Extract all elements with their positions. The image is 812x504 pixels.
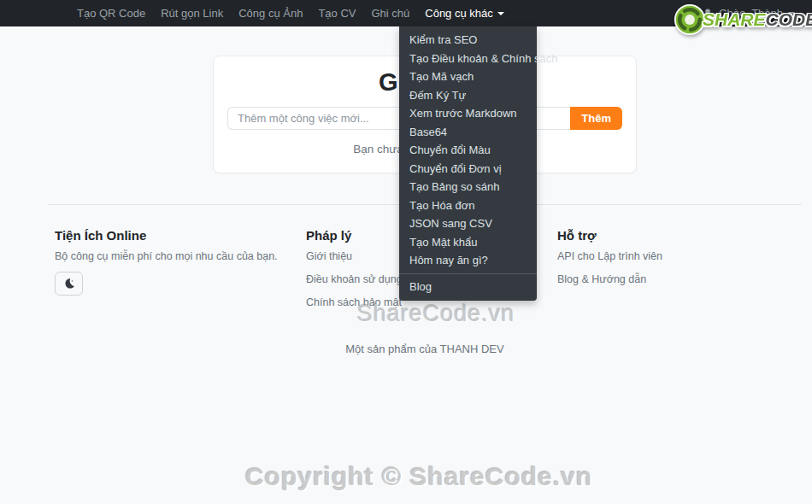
dropdown-item-xem-truoc-markdown[interactable]: Xem trước Markdown [399, 104, 537, 123]
nav-link-tao-qr-code[interactable]: Tạo QR Code [69, 7, 153, 20]
dropdown-item-chuyen-doi-mau[interactable]: Chuyển đổi Màu [399, 141, 537, 160]
dropdown-item-kiem-tra-seo[interactable]: Kiểm tra SEO [399, 31, 537, 50]
watermark-copyright-bottom: Copyright © ShareCode.vn [0, 462, 812, 491]
dropdown-item-tao-hoa-don[interactable]: Tạo Hóa đơn [399, 196, 537, 215]
dropdown-item-dem-ky-tu[interactable]: Đếm Ký Tự [399, 86, 537, 105]
dropdown-item-tao-ma-vach[interactable]: Tạo Mã vạch [399, 67, 537, 86]
nav-link-rut-gon-link[interactable]: Rút gọn Link [153, 7, 231, 20]
footer-link-api[interactable]: API cho Lập trình viên [557, 249, 795, 263]
footer-support-title: Hỗ trợ [557, 228, 795, 243]
dropdown-item-base64[interactable]: Base64 [399, 123, 537, 142]
footer-col-about: Tiện Ích Online Bộ công cụ miễn phí cho … [48, 228, 299, 319]
footer-col-support: Hỗ trợ API cho Lập trình viên Blog & Hướ… [550, 228, 802, 319]
dropdown-item-tao-mat-khau[interactable]: Tạo Mật khẩu [399, 233, 537, 252]
dropdown-item-tao-dieu-khoan[interactable]: Tạo Điều khoản & Chính sách [399, 50, 537, 68]
user-greeting: Chào, Thành [719, 7, 783, 20]
moon-stars-icon [63, 278, 75, 290]
user-menu[interactable]: Chào, Thành [702, 7, 800, 20]
nav-dropdown-toggle-cong-cu-khac[interactable]: Công cụ khác [417, 7, 512, 20]
dropdown-item-chuyen-doi-don-vi[interactable]: Chuyển đổi Đơn vị [399, 160, 537, 179]
dropdown-item-json-sang-csv[interactable]: JSON sang CSV [399, 214, 537, 233]
dropdown-divider [399, 273, 537, 274]
add-todo-button[interactable]: Thêm [570, 107, 622, 130]
nav-link-cong-cu-anh[interactable]: Công cụ Ảnh [231, 7, 310, 20]
footer-link-blog-huong-dan[interactable]: Blog & Hướng dẫn [557, 273, 795, 286]
footer-credit-text: Một sản phẩm của THANH DEV [48, 343, 802, 355]
nav-link-ghi-chu[interactable]: Ghi chú [363, 7, 417, 20]
nav-link-tao-cv[interactable]: Tạo CV [310, 7, 363, 20]
chevron-down-icon [788, 12, 795, 15]
nav-dropdown-toggle-label: Công cụ khác [425, 7, 493, 20]
footer-about-description: Bộ công cụ miễn phí cho mọi nhu cầu của … [55, 249, 292, 263]
footer-about-title: Tiện Ích Online [55, 228, 292, 243]
dropdown-item-blog[interactable]: Blog [399, 278, 537, 296]
dark-mode-toggle-button[interactable] [55, 272, 83, 296]
user-icon [702, 8, 714, 20]
chevron-down-icon [497, 12, 504, 15]
dropdown-item-hom-nay-an-gi[interactable]: Hôm nay ăn gì? [399, 251, 537, 270]
dropdown-item-tao-bang-so-sanh[interactable]: Tạo Bảng so sánh [399, 178, 537, 196]
cong-cu-khac-dropdown-menu: Kiểm tra SEO Tạo Điều khoản & Chính sách… [399, 26, 537, 301]
top-navbar: Tiện Ích Online Tạo QR Code Rút gọn Link… [0, 0, 812, 26]
